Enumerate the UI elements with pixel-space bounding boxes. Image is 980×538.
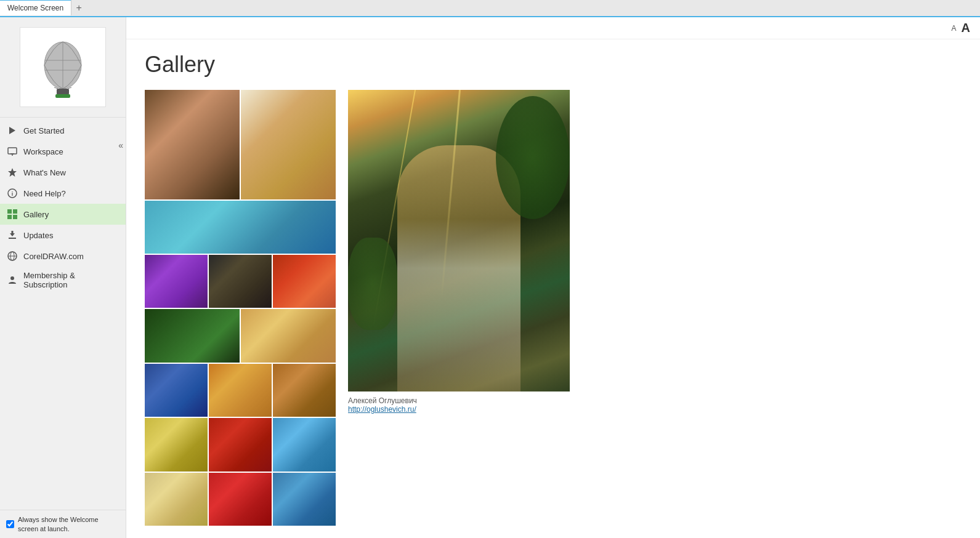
show-welcome-checkbox[interactable]	[6, 520, 14, 528]
sidebar-item-updates[interactable]: Updates	[0, 225, 126, 246]
grid-row	[145, 418, 336, 471]
preview-image[interactable]	[348, 90, 570, 391]
svg-rect-21	[12, 231, 14, 235]
monitor-icon	[6, 145, 18, 158]
logo-svg	[35, 33, 91, 101]
artist-name: Алексей Оглушевич	[348, 396, 417, 405]
svg-point-25	[10, 276, 14, 280]
sidebar-item-gallery[interactable]: Gallery	[0, 204, 126, 225]
grid-row	[145, 201, 336, 254]
thumbnail[interactable]	[145, 309, 240, 362]
app-logo	[20, 27, 106, 107]
svg-rect-18	[13, 215, 17, 219]
artist-url[interactable]: http://oglushevich.ru/	[348, 405, 417, 414]
thumbnail[interactable]	[241, 309, 336, 362]
font-size-large-button[interactable]: A	[962, 21, 970, 35]
sidebar-item-workspace[interactable]: Workspace	[0, 141, 126, 162]
thumbnail[interactable]	[209, 473, 272, 526]
thumbnail[interactable]	[209, 255, 272, 308]
globe-icon	[6, 250, 18, 262]
grid-row	[145, 255, 336, 308]
content-header: A A	[126, 17, 980, 39]
grid-row	[145, 90, 336, 199]
grid-row	[145, 309, 336, 362]
thumbnail[interactable]	[209, 364, 272, 417]
main-layout: « Get Started Workspace	[0, 17, 980, 538]
gallery-layout: Алексей Оглушевич http://oglushevich.ru/	[145, 90, 962, 526]
person-icon	[6, 274, 18, 286]
preview-caption: Алексей Оглушевич http://oglushevich.ru/	[348, 396, 417, 414]
sidebar-footer: Always show the Welcome screen at launch…	[0, 510, 126, 538]
content-area: A A Gallery	[126, 17, 980, 538]
thumbnail[interactable]	[145, 90, 240, 199]
tab-label: Welcome Screen	[7, 4, 63, 12]
gallery-title: Gallery	[145, 52, 962, 78]
svg-rect-4	[57, 89, 69, 95]
thumbnail[interactable]	[273, 473, 336, 526]
svg-text:i: i	[12, 191, 14, 197]
content-body: Gallery	[126, 39, 980, 538]
svg-rect-19	[9, 238, 16, 239]
thumbnail[interactable]	[273, 418, 336, 471]
thumbnail[interactable]	[145, 201, 336, 254]
svg-rect-16	[13, 209, 17, 214]
svg-marker-12	[8, 168, 17, 177]
star-icon	[6, 166, 18, 179]
svg-rect-9	[8, 148, 17, 154]
thumbnail[interactable]	[241, 90, 336, 199]
sidebar-item-get-started[interactable]: Get Started	[0, 120, 126, 141]
welcome-screen-tab[interactable]: Welcome Screen	[0, 0, 71, 15]
grid-row	[145, 473, 336, 526]
font-size-small-button[interactable]: A	[952, 24, 957, 33]
info-icon: i	[6, 187, 18, 199]
sidebar: « Get Started Workspace	[0, 17, 126, 538]
play-icon	[6, 124, 18, 137]
sidebar-item-coreldraw[interactable]: CorelDRAW.com	[0, 246, 126, 267]
grid-row	[145, 364, 336, 417]
svg-rect-15	[7, 209, 12, 214]
sidebar-item-whats-new[interactable]: What's New	[0, 162, 126, 183]
download-icon	[6, 229, 18, 241]
svg-rect-5	[55, 94, 70, 98]
sidebar-item-need-help[interactable]: i Need Help?	[0, 183, 126, 204]
thumbnail[interactable]	[145, 364, 208, 417]
sidebar-nav: Get Started Workspace What's New i	[0, 118, 126, 510]
gallery-icon	[6, 208, 18, 220]
sidebar-logo	[0, 17, 126, 118]
gallery-grid	[145, 90, 336, 526]
thumbnail[interactable]	[273, 364, 336, 417]
thumbnail[interactable]	[273, 255, 336, 308]
thumbnail[interactable]	[209, 418, 272, 471]
sidebar-item-membership[interactable]: Membership & Subscription	[0, 267, 126, 294]
gallery-preview: Алексей Оглушевич http://oglushevich.ru/	[348, 90, 962, 526]
svg-rect-17	[7, 215, 12, 219]
svg-marker-8	[9, 127, 15, 134]
thumbnail[interactable]	[145, 255, 208, 308]
add-tab-button[interactable]: +	[71, 0, 86, 16]
thumbnail[interactable]	[145, 473, 208, 526]
thumbnail[interactable]	[145, 418, 208, 471]
tab-bar: Welcome Screen +	[0, 0, 980, 17]
sidebar-collapse-button[interactable]: «	[118, 140, 123, 150]
